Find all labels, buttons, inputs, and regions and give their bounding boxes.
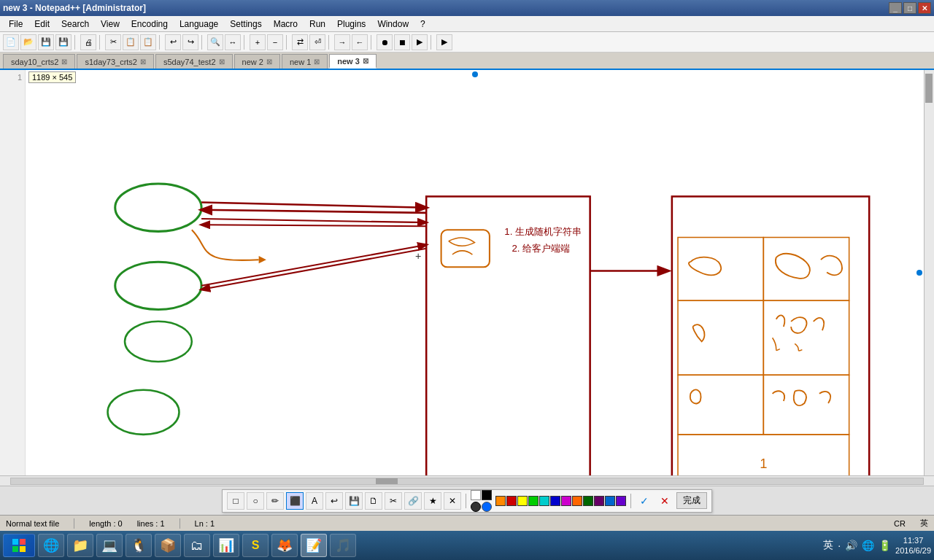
color-white[interactable] (471, 490, 481, 500)
copy-button[interactable]: 📋 (123, 34, 139, 50)
outdent-button[interactable]: ← (352, 34, 368, 50)
taskbar-penguin[interactable]: 🐧 (126, 534, 152, 557)
color-yellow[interactable] (517, 496, 528, 506)
maximize-button[interactable]: □ (903, 2, 916, 14)
taskbar-media[interactable]: 🎵 (330, 534, 356, 557)
draw-link-tool[interactable]: 🔗 (404, 492, 422, 510)
find-button[interactable]: 🔍 (207, 34, 223, 50)
tab-new2[interactable]: new 2 ⊠ (234, 54, 280, 69)
menu-edit[interactable]: Edit (28, 18, 55, 31)
color-black-outline[interactable] (482, 490, 492, 500)
check-button[interactable]: ✓ (636, 492, 653, 510)
macro-record-button[interactable]: ⏺ (377, 34, 393, 50)
menu-run[interactable]: Run (304, 18, 331, 31)
menu-view[interactable]: View (95, 18, 126, 31)
draw-star-tool[interactable]: ★ (424, 492, 441, 510)
draw-delete-tool[interactable]: ✕ (444, 492, 461, 510)
color-orange2[interactable] (572, 496, 582, 506)
menu-window[interactable]: Window (371, 18, 414, 31)
hscroll-track[interactable] (10, 478, 924, 485)
vertical-scrollbar[interactable] (924, 70, 934, 475)
color-purple[interactable] (561, 496, 571, 506)
draw-save-tool[interactable]: 💾 (345, 492, 363, 510)
new-button[interactable]: 📄 (3, 34, 19, 50)
window-controls[interactable]: _ □ ✕ (889, 2, 931, 14)
menu-macro[interactable]: Macro (268, 18, 304, 31)
print-button[interactable]: 🖨 (80, 34, 96, 50)
run-button[interactable]: ▶ (436, 34, 452, 50)
hscroll-thumb[interactable] (376, 478, 398, 484)
color-blue[interactable] (482, 502, 492, 512)
cut-button[interactable]: ✂ (105, 34, 121, 50)
systray-network[interactable]: 🌐 (862, 540, 874, 551)
color-dark[interactable] (471, 502, 481, 512)
finish-button[interactable]: 完成 (676, 492, 707, 509)
systray-dot[interactable]: · (838, 540, 841, 551)
systray-audio[interactable]: 🔊 (845, 540, 857, 551)
draw-copy-tool[interactable]: 🗋 (365, 492, 382, 510)
macro-play-button[interactable]: ▶ (412, 34, 428, 50)
drawing-canvas[interactable]: 1. 生成随机字符串 2. 给客户端端 + (26, 70, 924, 475)
taskbar-app-s[interactable]: S (242, 534, 269, 557)
wordwrap-button[interactable]: ⏎ (309, 34, 325, 50)
color-medium-blue[interactable] (605, 496, 615, 506)
menu-encoding[interactable]: Encoding (126, 18, 174, 31)
taskbar-computer[interactable]: 💻 (96, 534, 123, 557)
menu-help[interactable]: ? (414, 18, 431, 31)
color-dark-blue[interactable] (550, 496, 560, 506)
tab-s1day73[interactable]: s1day73_crts2 ⊠ (77, 54, 154, 69)
draw-rect-tool[interactable]: □ (227, 492, 244, 510)
editor-canvas[interactable]: 1189 × 545 (26, 70, 924, 475)
sync-button[interactable]: ⇄ (292, 34, 308, 50)
systray-ime[interactable]: 英 (823, 539, 833, 552)
open-button[interactable]: 📂 (20, 34, 36, 50)
draw-cut-tool[interactable]: ✂ (385, 492, 402, 510)
color-violet[interactable] (616, 496, 626, 506)
draw-fill-tool[interactable]: ⬛ (286, 492, 304, 510)
save-button[interactable]: 💾 (38, 34, 54, 50)
menu-plugins[interactable]: Plugins (331, 18, 371, 31)
taskbar-package[interactable]: 📦 (155, 534, 181, 557)
menu-search[interactable]: Search (55, 18, 95, 31)
color-red[interactable] (506, 496, 517, 506)
systray-battery[interactable]: 🔋 (879, 540, 891, 551)
cancel-draw-button[interactable]: ✕ (656, 492, 674, 510)
vscroll-thumb[interactable] (925, 74, 933, 103)
tab-new3[interactable]: new 3 ⊠ (329, 54, 377, 69)
menu-file[interactable]: File (3, 18, 28, 31)
horizontal-scrollbar[interactable] (0, 475, 934, 486)
zoom-in-button[interactable]: + (250, 34, 266, 50)
taskbar-files[interactable]: 🗂 (184, 534, 210, 557)
draw-ellipse-tool[interactable]: ○ (247, 492, 264, 510)
taskbar-folder[interactable]: 📁 (67, 534, 93, 557)
draw-undo-tool[interactable]: ↩ (325, 492, 343, 510)
start-button[interactable] (3, 534, 35, 557)
color-dark-purple[interactable] (594, 496, 604, 506)
minimize-button[interactable]: _ (889, 2, 902, 14)
undo-button[interactable]: ↩ (165, 34, 181, 50)
replace-button[interactable]: ↔ (225, 34, 241, 50)
menu-language[interactable]: Language (174, 18, 224, 31)
taskbar-chart[interactable]: 📊 (213, 534, 239, 557)
macro-stop-button[interactable]: ⏹ (394, 34, 410, 50)
draw-pencil-tool[interactable]: ✏ (266, 492, 284, 510)
color-green[interactable] (528, 496, 539, 506)
tab-sday10[interactable]: sday10_crts2 ⊠ (3, 54, 75, 69)
color-orange-active[interactable] (495, 496, 506, 506)
tab-s5day74[interactable]: s5day74_test2 ⊠ (155, 54, 233, 69)
taskbar-firefox[interactable]: 🦊 (271, 534, 298, 557)
draw-text-tool[interactable]: A (306, 492, 323, 510)
color-dark-green[interactable] (583, 496, 593, 506)
indent-button[interactable]: → (334, 34, 350, 50)
color-cyan[interactable] (539, 496, 549, 506)
scribble-br-1 (773, 391, 784, 401)
taskbar-browser[interactable]: 🌐 (38, 534, 64, 557)
close-button[interactable]: ✕ (918, 2, 931, 14)
tab-new1[interactable]: new 1 ⊠ (282, 54, 328, 69)
zoom-out-button[interactable]: − (267, 34, 283, 50)
menu-settings[interactable]: Settings (224, 18, 267, 31)
taskbar-notepad[interactable]: 📝 (301, 534, 327, 557)
redo-button[interactable]: ↪ (182, 34, 198, 50)
paste-button[interactable]: 📋 (140, 34, 156, 50)
save-all-button[interactable]: 💾 (55, 34, 72, 50)
